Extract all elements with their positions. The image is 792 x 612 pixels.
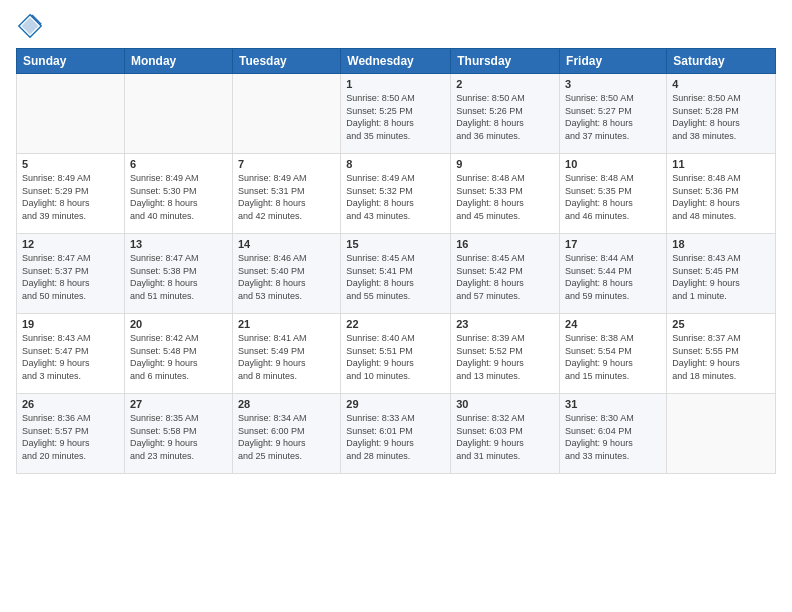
day-info: Sunrise: 8:48 AM Sunset: 5:33 PM Dayligh… bbox=[456, 172, 554, 222]
day-number: 22 bbox=[346, 318, 445, 330]
day-info: Sunrise: 8:37 AM Sunset: 5:55 PM Dayligh… bbox=[672, 332, 770, 382]
calendar-header-sunday: Sunday bbox=[17, 49, 125, 74]
day-number: 25 bbox=[672, 318, 770, 330]
day-number: 20 bbox=[130, 318, 227, 330]
calendar-cell: 15Sunrise: 8:45 AM Sunset: 5:41 PM Dayli… bbox=[341, 234, 451, 314]
day-info: Sunrise: 8:45 AM Sunset: 5:42 PM Dayligh… bbox=[456, 252, 554, 302]
day-info: Sunrise: 8:36 AM Sunset: 5:57 PM Dayligh… bbox=[22, 412, 119, 462]
day-number: 19 bbox=[22, 318, 119, 330]
day-number: 16 bbox=[456, 238, 554, 250]
calendar-cell: 24Sunrise: 8:38 AM Sunset: 5:54 PM Dayli… bbox=[560, 314, 667, 394]
calendar-cell bbox=[232, 74, 340, 154]
calendar-cell: 2Sunrise: 8:50 AM Sunset: 5:26 PM Daylig… bbox=[451, 74, 560, 154]
day-number: 6 bbox=[130, 158, 227, 170]
logo-icon bbox=[16, 12, 44, 40]
day-number: 3 bbox=[565, 78, 661, 90]
calendar-cell: 8Sunrise: 8:49 AM Sunset: 5:32 PM Daylig… bbox=[341, 154, 451, 234]
calendar-cell: 12Sunrise: 8:47 AM Sunset: 5:37 PM Dayli… bbox=[17, 234, 125, 314]
day-number: 30 bbox=[456, 398, 554, 410]
day-info: Sunrise: 8:34 AM Sunset: 6:00 PM Dayligh… bbox=[238, 412, 335, 462]
calendar-cell: 9Sunrise: 8:48 AM Sunset: 5:33 PM Daylig… bbox=[451, 154, 560, 234]
day-number: 26 bbox=[22, 398, 119, 410]
day-info: Sunrise: 8:50 AM Sunset: 5:28 PM Dayligh… bbox=[672, 92, 770, 142]
calendar-week-4: 19Sunrise: 8:43 AM Sunset: 5:47 PM Dayli… bbox=[17, 314, 776, 394]
calendar-cell: 14Sunrise: 8:46 AM Sunset: 5:40 PM Dayli… bbox=[232, 234, 340, 314]
day-number: 27 bbox=[130, 398, 227, 410]
day-info: Sunrise: 8:30 AM Sunset: 6:04 PM Dayligh… bbox=[565, 412, 661, 462]
day-info: Sunrise: 8:44 AM Sunset: 5:44 PM Dayligh… bbox=[565, 252, 661, 302]
day-info: Sunrise: 8:50 AM Sunset: 5:25 PM Dayligh… bbox=[346, 92, 445, 142]
day-info: Sunrise: 8:49 AM Sunset: 5:31 PM Dayligh… bbox=[238, 172, 335, 222]
calendar-cell: 13Sunrise: 8:47 AM Sunset: 5:38 PM Dayli… bbox=[124, 234, 232, 314]
calendar-week-5: 26Sunrise: 8:36 AM Sunset: 5:57 PM Dayli… bbox=[17, 394, 776, 474]
calendar-cell: 30Sunrise: 8:32 AM Sunset: 6:03 PM Dayli… bbox=[451, 394, 560, 474]
day-number: 29 bbox=[346, 398, 445, 410]
day-info: Sunrise: 8:43 AM Sunset: 5:45 PM Dayligh… bbox=[672, 252, 770, 302]
day-number: 14 bbox=[238, 238, 335, 250]
calendar-header-friday: Friday bbox=[560, 49, 667, 74]
day-number: 11 bbox=[672, 158, 770, 170]
calendar-week-3: 12Sunrise: 8:47 AM Sunset: 5:37 PM Dayli… bbox=[17, 234, 776, 314]
page-header bbox=[16, 12, 776, 40]
day-info: Sunrise: 8:47 AM Sunset: 5:38 PM Dayligh… bbox=[130, 252, 227, 302]
day-number: 18 bbox=[672, 238, 770, 250]
day-info: Sunrise: 8:42 AM Sunset: 5:48 PM Dayligh… bbox=[130, 332, 227, 382]
calendar-cell: 1Sunrise: 8:50 AM Sunset: 5:25 PM Daylig… bbox=[341, 74, 451, 154]
calendar-cell: 6Sunrise: 8:49 AM Sunset: 5:30 PM Daylig… bbox=[124, 154, 232, 234]
calendar-cell: 25Sunrise: 8:37 AM Sunset: 5:55 PM Dayli… bbox=[667, 314, 776, 394]
calendar-cell: 11Sunrise: 8:48 AM Sunset: 5:36 PM Dayli… bbox=[667, 154, 776, 234]
calendar-cell bbox=[124, 74, 232, 154]
calendar-cell: 7Sunrise: 8:49 AM Sunset: 5:31 PM Daylig… bbox=[232, 154, 340, 234]
calendar-header-thursday: Thursday bbox=[451, 49, 560, 74]
day-info: Sunrise: 8:43 AM Sunset: 5:47 PM Dayligh… bbox=[22, 332, 119, 382]
calendar-cell bbox=[17, 74, 125, 154]
day-number: 1 bbox=[346, 78, 445, 90]
day-number: 4 bbox=[672, 78, 770, 90]
calendar-cell bbox=[667, 394, 776, 474]
calendar-header-saturday: Saturday bbox=[667, 49, 776, 74]
day-number: 13 bbox=[130, 238, 227, 250]
calendar-header-tuesday: Tuesday bbox=[232, 49, 340, 74]
calendar-cell: 19Sunrise: 8:43 AM Sunset: 5:47 PM Dayli… bbox=[17, 314, 125, 394]
calendar-header-wednesday: Wednesday bbox=[341, 49, 451, 74]
day-info: Sunrise: 8:49 AM Sunset: 5:29 PM Dayligh… bbox=[22, 172, 119, 222]
day-number: 10 bbox=[565, 158, 661, 170]
day-number: 7 bbox=[238, 158, 335, 170]
calendar-cell: 26Sunrise: 8:36 AM Sunset: 5:57 PM Dayli… bbox=[17, 394, 125, 474]
day-number: 2 bbox=[456, 78, 554, 90]
calendar-cell: 16Sunrise: 8:45 AM Sunset: 5:42 PM Dayli… bbox=[451, 234, 560, 314]
calendar-cell: 21Sunrise: 8:41 AM Sunset: 5:49 PM Dayli… bbox=[232, 314, 340, 394]
calendar-cell: 31Sunrise: 8:30 AM Sunset: 6:04 PM Dayli… bbox=[560, 394, 667, 474]
day-info: Sunrise: 8:48 AM Sunset: 5:36 PM Dayligh… bbox=[672, 172, 770, 222]
day-info: Sunrise: 8:46 AM Sunset: 5:40 PM Dayligh… bbox=[238, 252, 335, 302]
day-info: Sunrise: 8:49 AM Sunset: 5:30 PM Dayligh… bbox=[130, 172, 227, 222]
day-info: Sunrise: 8:50 AM Sunset: 5:27 PM Dayligh… bbox=[565, 92, 661, 142]
calendar-cell: 23Sunrise: 8:39 AM Sunset: 5:52 PM Dayli… bbox=[451, 314, 560, 394]
day-info: Sunrise: 8:50 AM Sunset: 5:26 PM Dayligh… bbox=[456, 92, 554, 142]
day-number: 17 bbox=[565, 238, 661, 250]
calendar-header-row: SundayMondayTuesdayWednesdayThursdayFrid… bbox=[17, 49, 776, 74]
calendar-cell: 17Sunrise: 8:44 AM Sunset: 5:44 PM Dayli… bbox=[560, 234, 667, 314]
day-number: 12 bbox=[22, 238, 119, 250]
day-info: Sunrise: 8:39 AM Sunset: 5:52 PM Dayligh… bbox=[456, 332, 554, 382]
day-info: Sunrise: 8:45 AM Sunset: 5:41 PM Dayligh… bbox=[346, 252, 445, 302]
day-number: 8 bbox=[346, 158, 445, 170]
day-number: 21 bbox=[238, 318, 335, 330]
day-info: Sunrise: 8:38 AM Sunset: 5:54 PM Dayligh… bbox=[565, 332, 661, 382]
day-number: 15 bbox=[346, 238, 445, 250]
calendar-week-1: 1Sunrise: 8:50 AM Sunset: 5:25 PM Daylig… bbox=[17, 74, 776, 154]
logo bbox=[16, 12, 48, 40]
day-info: Sunrise: 8:49 AM Sunset: 5:32 PM Dayligh… bbox=[346, 172, 445, 222]
day-number: 24 bbox=[565, 318, 661, 330]
day-number: 23 bbox=[456, 318, 554, 330]
calendar-cell: 4Sunrise: 8:50 AM Sunset: 5:28 PM Daylig… bbox=[667, 74, 776, 154]
calendar-week-2: 5Sunrise: 8:49 AM Sunset: 5:29 PM Daylig… bbox=[17, 154, 776, 234]
day-number: 9 bbox=[456, 158, 554, 170]
day-number: 31 bbox=[565, 398, 661, 410]
calendar-cell: 3Sunrise: 8:50 AM Sunset: 5:27 PM Daylig… bbox=[560, 74, 667, 154]
day-info: Sunrise: 8:47 AM Sunset: 5:37 PM Dayligh… bbox=[22, 252, 119, 302]
day-info: Sunrise: 8:40 AM Sunset: 5:51 PM Dayligh… bbox=[346, 332, 445, 382]
calendar-cell: 20Sunrise: 8:42 AM Sunset: 5:48 PM Dayli… bbox=[124, 314, 232, 394]
calendar-cell: 29Sunrise: 8:33 AM Sunset: 6:01 PM Dayli… bbox=[341, 394, 451, 474]
calendar-cell: 18Sunrise: 8:43 AM Sunset: 5:45 PM Dayli… bbox=[667, 234, 776, 314]
